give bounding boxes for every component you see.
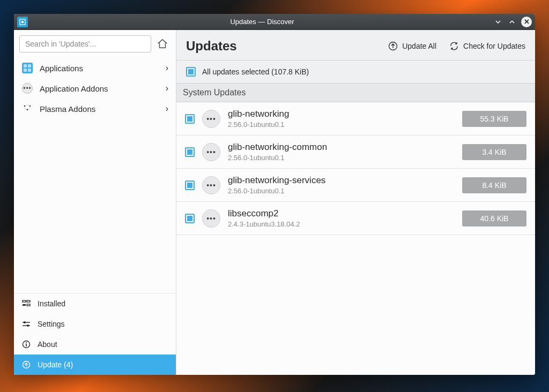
sidebar-spacer: [14, 119, 176, 293]
package-name: libseccomp2: [228, 208, 300, 219]
check-updates-button[interactable]: Check for Updates: [449, 41, 525, 51]
package-text: glib-networking 2.56.0-1ubuntu0.1: [228, 109, 289, 129]
package-text: glib-networking-services 2.56.0-1ubuntu0…: [228, 175, 325, 195]
package-name: glib-networking-common: [228, 142, 327, 153]
chevron-right-icon: ›: [166, 63, 168, 73]
titlebar-controls: ✕: [493, 17, 532, 27]
home-button[interactable]: [154, 36, 170, 52]
package-size: 55.3 KiB: [462, 111, 526, 127]
section-header: System Updates: [176, 84, 535, 102]
about-icon: [21, 340, 31, 349]
package-name: glib-networking-services: [228, 175, 325, 186]
svg-rect-1: [21, 21, 24, 23]
page-title: Updates: [186, 39, 375, 54]
titlebar: Updates — Discover ✕: [14, 14, 535, 30]
svg-rect-6: [27, 300, 30, 302]
update-all-button[interactable]: Update All: [388, 41, 436, 51]
search-input[interactable]: Search in 'Updates'...: [19, 35, 151, 52]
discover-window: Updates — Discover ✕ Search in 'Updates'…: [14, 14, 535, 375]
package-icon: •••: [202, 110, 220, 128]
package-version: 2.56.0-1ubuntu0.1: [228, 120, 289, 129]
svg-point-4: [27, 109, 28, 110]
package-row[interactable]: ••• glib-networking 2.56.0-1ubuntu0.1 55…: [176, 102, 535, 135]
settings-icon: [21, 319, 31, 329]
package-checkbox[interactable]: [185, 147, 195, 157]
package-row[interactable]: ••• glib-networking-services 2.56.0-1ubu…: [176, 169, 535, 202]
svg-point-10: [24, 321, 26, 323]
app-icon: [17, 17, 28, 27]
sidebar-item-label: Update (4): [38, 360, 73, 369]
sidebar-item-plasma-addons[interactable]: Plasma Addons ›: [14, 99, 176, 119]
sidebar-item-applications[interactable]: Applications ›: [14, 58, 176, 78]
sidebar-item-application-addons[interactable]: ••• Application Addons ›: [14, 78, 176, 99]
package-version: 2.56.0-1ubuntu0.1: [228, 187, 325, 195]
select-all-checkbox[interactable]: [186, 67, 196, 77]
plasma-addons-icon: [21, 103, 33, 115]
package-icon: •••: [202, 209, 220, 228]
sidebar-item-label: Plasma Addons: [40, 104, 95, 114]
package-checkbox[interactable]: [185, 180, 195, 190]
package-icon: •••: [202, 143, 220, 161]
body-split: Search in 'Updates'... Applications › ••…: [14, 30, 535, 375]
svg-rect-8: [27, 304, 30, 306]
package-icon: •••: [202, 176, 220, 194]
chevron-right-icon: ›: [166, 84, 168, 93]
sidebar-item-label: Installed: [38, 299, 65, 308]
sidebar-item-update[interactable]: Update (4): [14, 355, 176, 375]
svg-rect-7: [23, 304, 26, 306]
minimize-button[interactable]: [493, 17, 503, 27]
svg-rect-5: [23, 300, 26, 302]
package-name: glib-networking: [228, 109, 289, 119]
sidebar-top: Search in 'Updates'...: [14, 30, 176, 56]
update-icon: [21, 360, 31, 370]
close-button[interactable]: ✕: [521, 17, 532, 27]
sidebar-item-label: Settings: [38, 320, 65, 328]
package-checkbox[interactable]: [185, 114, 195, 124]
package-size: 3.4 KiB: [462, 144, 526, 160]
window-title: Updates — Discover: [31, 18, 493, 26]
sidebar-item-label: Application Addons: [40, 84, 108, 93]
maximize-button[interactable]: [507, 17, 517, 27]
package-text: libseccomp2 2.4.3-1ubuntu3.18.04.2: [228, 208, 300, 228]
content-header: Updates Update All Check for Updates: [176, 30, 535, 61]
applications-icon: [21, 62, 33, 74]
content: Updates Update All Check for Updates All…: [176, 30, 535, 375]
package-row[interactable]: ••• libseccomp2 2.4.3-1ubuntu3.18.04.2 4…: [176, 202, 535, 235]
package-size: 8.4 KiB: [462, 177, 526, 193]
search-placeholder: Search in 'Updates'...: [25, 40, 96, 48]
package-row[interactable]: ••• glib-networking-common 2.56.0-1ubunt…: [176, 135, 535, 169]
sidebar: Search in 'Updates'... Applications › ••…: [14, 30, 176, 375]
package-version: 2.4.3-1ubuntu3.18.04.2: [228, 220, 300, 228]
sidebar-item-about[interactable]: About: [14, 334, 176, 355]
chevron-right-icon: ›: [166, 104, 168, 114]
check-updates-label: Check for Updates: [463, 42, 525, 50]
sidebar-item-label: Applications: [40, 64, 83, 73]
update-all-icon: [388, 41, 398, 51]
application-addons-icon: •••: [21, 82, 33, 94]
category-list: Applications › ••• Application Addons › …: [14, 56, 176, 119]
sidebar-item-installed[interactable]: Installed: [14, 293, 176, 314]
package-list: ••• glib-networking 2.56.0-1ubuntu0.1 55…: [176, 102, 535, 235]
package-checkbox[interactable]: [185, 214, 195, 223]
svg-point-12: [27, 325, 29, 327]
bottom-nav: Installed Settings About: [14, 293, 176, 375]
refresh-icon: [449, 41, 459, 51]
sidebar-item-settings[interactable]: Settings: [14, 314, 176, 334]
sidebar-item-label: About: [38, 340, 57, 349]
select-all-row: All updates selected (107.8 KiB): [176, 61, 535, 84]
package-version: 2.56.0-1ubuntu0.1: [228, 154, 327, 162]
svg-point-14: [26, 342, 27, 343]
update-all-label: Update All: [402, 42, 436, 50]
select-all-label: All updates selected (107.8 KiB): [202, 67, 309, 76]
package-size: 40.6 KiB: [462, 210, 526, 227]
installed-icon: [21, 299, 31, 308]
package-text: glib-networking-common 2.56.0-1ubuntu0.1: [228, 142, 327, 162]
